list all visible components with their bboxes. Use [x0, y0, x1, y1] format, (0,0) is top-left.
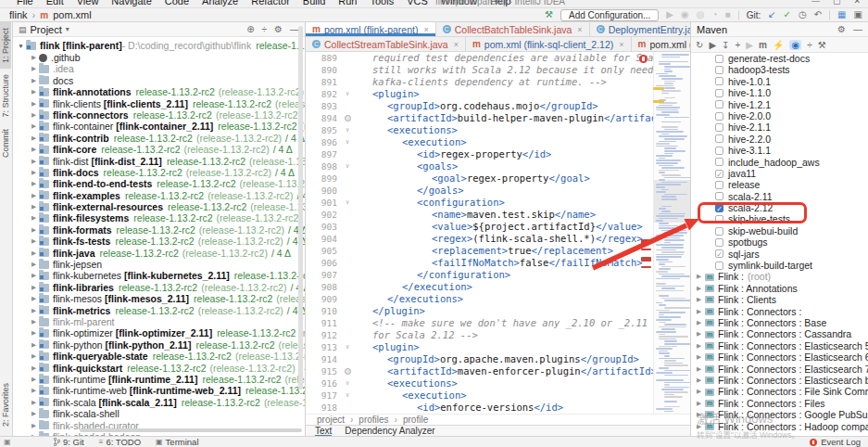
- stop-icon[interactable]: ■: [725, 10, 731, 19]
- status-git-tab[interactable]: 9: Git: [54, 437, 84, 447]
- project-tree-item-flink-examples[interactable]: ▶flink-examplesrelease-1.13.2-rc2(releas…: [13, 190, 305, 201]
- expand-arrow-icon[interactable]: ▶: [30, 98, 38, 109]
- expand-arrow-icon[interactable]: ▶: [30, 75, 38, 86]
- maven-profile-skip-webui-build[interactable]: skip-webui-build: [691, 225, 868, 236]
- error-stripe[interactable]: [641, 239, 651, 244]
- code-line-913[interactable]: 913∨<plugin>: [306, 341, 690, 353]
- maven-module-flink-connectors-elasticsearch-base[interactable]: ▶mFlink : Connectors : Elasticsearch bas…: [691, 375, 868, 386]
- code-line-889[interactable]: 889required test dependencies are availa…: [306, 52, 690, 64]
- maven-profile-hive-3.1.1[interactable]: hive-3.1.1: [691, 145, 868, 156]
- expand-arrow-icon[interactable]: ▶: [30, 63, 38, 74]
- maven-profile-hive-1.2.1[interactable]: hive-1.2.1: [691, 99, 868, 110]
- maven-module-flink-connectors-base[interactable]: ▶mFlink : Connectors : Base: [691, 317, 868, 328]
- horizontal-scrollbar[interactable]: [80, 428, 302, 432]
- window-close-icon[interactable]: ✕: [853, 0, 861, 6]
- maven-profile-hive-2.0.0[interactable]: hive-2.0.0: [691, 110, 868, 121]
- code-line-915[interactable]: 915<artifactId>maven-enforcer-plugin</ar…: [306, 365, 690, 377]
- fold-marker[interactable]: ∨: [341, 341, 354, 353]
- editor-tab-collectbatchtablesink-java[interactable]: CCollectBatchTableSink.java×: [436, 22, 590, 36]
- expand-arrow-icon[interactable]: ▶: [695, 364, 703, 375]
- code-line-906[interactable]: 906<failIfNoMatch>false</failIfNoMatch>: [306, 257, 690, 269]
- editor-tab-deploymententry-java[interactable]: CDeploymentEntry.java×: [590, 22, 690, 36]
- vertical-scrollbar[interactable]: [298, 26, 303, 390]
- status-todo-tab[interactable]: ≡ 6: TODO: [99, 437, 141, 447]
- expand-arrow-icon[interactable]: ▼: [17, 40, 25, 52]
- project-root-row[interactable]: ▼flink [flink-parent] - D:\coding_record…: [13, 40, 305, 52]
- profiler-icon[interactable]: ◔: [712, 10, 718, 19]
- gutter-annotation-icon[interactable]: [341, 112, 354, 124]
- profile-checkbox-hive-1.2.1[interactable]: [715, 100, 723, 109]
- close-icon[interactable]: ×: [619, 40, 623, 49]
- project-tree-item-flink-container[interactable]: ▶flink-container [flink-container_2.11]r…: [13, 121, 305, 132]
- expand-arrow-icon[interactable]: ▶: [30, 167, 38, 178]
- code-line-910[interactable]: 910</plugin>: [306, 305, 690, 317]
- expand-arrow-icon[interactable]: ▶: [30, 224, 38, 236]
- project-tree-item-flink-mesos[interactable]: ▶flink-mesos [flink-mesos_2.11]release-1…: [13, 293, 305, 304]
- maven-profile-hive-2.1.1[interactable]: hive-2.1.1: [691, 121, 868, 133]
- fold-marker[interactable]: ∨: [341, 377, 354, 390]
- expand-arrow-icon[interactable]: ▶: [30, 109, 38, 121]
- expand-arrow-icon[interactable]: ▶: [695, 398, 703, 409]
- code-line-896[interactable]: 896∨<execution>: [306, 136, 690, 148]
- menu-item-view[interactable]: View: [77, 0, 99, 7]
- project-tree-item-flink-contrib[interactable]: ▶flink-contribrelease-1.13.2-rc2(release…: [13, 133, 305, 144]
- editor-tab-collectstreamtablesink-java[interactable]: CCollectStreamTableSink.java×: [306, 37, 466, 51]
- code-line-894[interactable]: 894<artifactId>build-helper-maven-plugin…: [306, 112, 690, 124]
- rollback-icon[interactable]: ↶: [814, 10, 822, 19]
- maven-profile-hive-2.2.0[interactable]: hive-2.2.0: [691, 134, 868, 145]
- project-tree-item-flink-clients[interactable]: ▶flink-clients [flink-clients_2.11]relea…: [13, 98, 305, 109]
- add-configuration-button[interactable]: Add Configuration...: [560, 9, 659, 21]
- profile-checkbox-hadoop3-tests[interactable]: [715, 66, 723, 74]
- window-minimize-icon[interactable]: —: [811, 0, 820, 6]
- editor-tab-pom-xml-flink-parent-[interactable]: mpom.xml (flink-parent)×: [306, 22, 436, 36]
- maven-profile-spotbugs[interactable]: spotbugs: [691, 236, 868, 248]
- menu-item-code[interactable]: Code: [165, 0, 189, 7]
- expand-arrow-icon[interactable]: ▶: [695, 421, 703, 432]
- code-line-890[interactable]: 890still works with Scala 2.12 because i…: [306, 64, 690, 76]
- project-tree-item-flink-runtime[interactable]: ▶flink-runtime [flink-runtime_2.11]relea…: [13, 374, 305, 385]
- code-minimap[interactable]: [653, 52, 690, 414]
- project-tree-item-flink-metrics[interactable]: ▶flink-metricsrelease-1.13.2-rc2(release…: [13, 305, 305, 316]
- maven-module-flink-connectors-files[interactable]: ▶mFlink : Connectors : Files: [691, 398, 868, 409]
- tool-strip-structure[interactable]: 7: Structure: [0, 69, 11, 123]
- code-editor[interactable]: 889required test dependencies are availa…: [306, 52, 690, 414]
- offline-mode-icon[interactable]: ◉: [789, 40, 801, 50]
- close-icon[interactable]: ×: [423, 25, 428, 34]
- expand-arrow-icon[interactable]: ▶: [695, 317, 703, 328]
- code-line-901[interactable]: 901∨<configuration>: [306, 197, 690, 209]
- project-tree-item-flink-jepsen[interactable]: ▶flink-jepsen: [13, 259, 305, 270]
- code-line-900[interactable]: 900</goals>: [306, 185, 690, 197]
- profile-checkbox-spotbugs[interactable]: [715, 238, 723, 247]
- hide-panel-icon[interactable]: —: [853, 24, 862, 34]
- code-line-912[interactable]: 912for Scala 2.12 -->: [306, 329, 690, 341]
- maven-module-flink-[interactable]: ▶mFlink :(root): [691, 271, 868, 282]
- project-tree-item-flink-kubernetes[interactable]: ▶flink-kubernetes [flink-kubernetes_2.11…: [13, 270, 305, 281]
- close-icon[interactable]: ×: [577, 25, 582, 34]
- error-stripe[interactable]: [641, 266, 651, 268]
- expand-arrow-icon[interactable]: ▶: [30, 144, 38, 155]
- profile-checkbox-hive-2.0.0[interactable]: [715, 112, 723, 121]
- maven-profile-java11[interactable]: ✓java11: [691, 168, 868, 179]
- profile-checkbox-skip-webui-build[interactable]: [715, 227, 723, 236]
- project-tree-item-flink-java[interactable]: ▶flink-javarelease-1.13.2-rc2(release-1.…: [13, 248, 305, 259]
- code-line-907[interactable]: 907</configuration>: [306, 269, 690, 281]
- code-line-903[interactable]: 903<value>${project.artifactId}</value>: [306, 221, 690, 233]
- window-maximize-icon[interactable]: ▢: [833, 0, 841, 6]
- expand-arrow-icon[interactable]: ▶: [30, 133, 38, 144]
- restore-layout-icon[interactable]: ▣: [854, 10, 862, 19]
- event-log-button[interactable]: Event Log: [810, 437, 861, 447]
- locate-file-icon[interactable]: ⊕: [246, 24, 254, 34]
- project-tree-item-flink-end-to-end-tests[interactable]: ▶flink-end-to-end-testsrelease-1.13.2-rc…: [13, 178, 305, 189]
- project-structure-icon[interactable]: ▦: [837, 10, 846, 19]
- project-tree-item-docs[interactable]: ▶docs: [13, 75, 305, 86]
- skip-tests-icon[interactable]: ⚡: [773, 40, 784, 50]
- fold-marker[interactable]: ∨: [341, 390, 354, 402]
- maven-module-flink-annotations[interactable]: ▶mFlink : Annotations: [691, 283, 868, 294]
- expand-arrow-icon[interactable]: ▶: [30, 339, 38, 351]
- maven-module-flink-connectors-[interactable]: ▶mFlink : Connectors :: [691, 306, 868, 317]
- maven-profile-sql-jars[interactable]: ✓sql-jars: [691, 249, 868, 260]
- expand-arrow-icon[interactable]: ▶: [30, 282, 38, 293]
- profile-checkbox-generate-rest-docs[interactable]: [715, 55, 723, 63]
- menu-item-refactor[interactable]: Refactor: [251, 0, 290, 7]
- maven-profile-generate-rest-docs[interactable]: generate-rest-docs: [691, 53, 868, 64]
